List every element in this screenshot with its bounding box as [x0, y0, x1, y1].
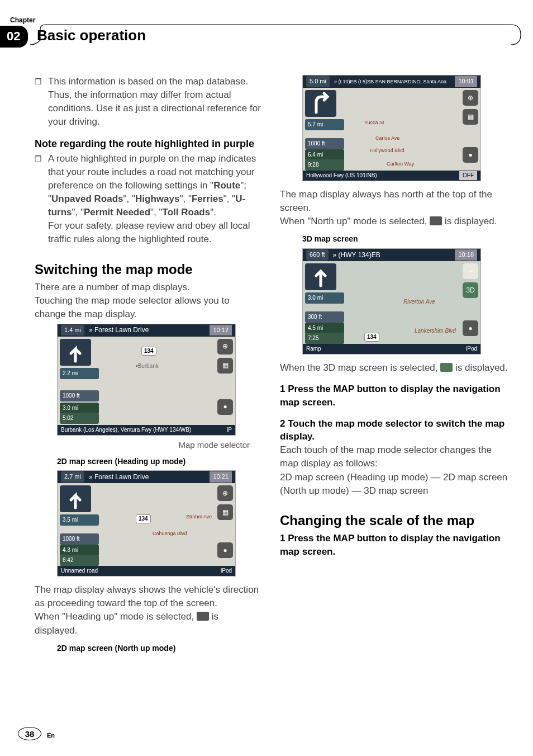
north-up-icon-note: When "North up" mode is selected, is dis…	[280, 215, 508, 228]
ss1-eta: 5:02	[60, 413, 99, 424]
ss1-turn-icon	[60, 339, 91, 366]
ss4-next-distance: 660 ft	[306, 249, 329, 260]
north-up-description: The map display always has north at the …	[280, 188, 508, 215]
ss2-current-road: Unnamed road	[61, 567, 98, 575]
chapter-number: 02	[0, 26, 28, 48]
ss3-mode-button: ▦	[463, 109, 478, 125]
switch-step-2: 2 Touch the map mode selector to switch …	[280, 417, 508, 444]
bullet-icon: ❐	[35, 152, 48, 247]
ss3-menu-button: ●	[463, 147, 478, 163]
ss1-source: iP	[227, 426, 232, 434]
heading-up-mode-icon	[197, 612, 209, 621]
ss4-street2: Lankershim Blvd	[415, 327, 456, 335]
ss4-compass-icon: ➣	[463, 263, 478, 279]
ss2-turn-icon	[60, 485, 91, 512]
screenshot-3d: 660 ft » (HWY 134)EB 10:18 3.0 mi 300 ft…	[302, 248, 481, 355]
ss3-clock: 10:01	[455, 76, 477, 87]
ss4-source: iPod	[466, 345, 477, 353]
ss4-current-road: Ramp	[306, 345, 321, 353]
ss2-next-distance: 2.7 mi	[61, 471, 84, 482]
screenshot-2d-heading-up: 2.7 mi » Forest Lawn Drive 10:21 3.5 mi …	[57, 470, 236, 577]
switch-step-1: 1 Press the MAP button to display the na…	[280, 382, 508, 409]
ss3-next-distance: 5.0 mi	[306, 76, 330, 87]
ss2-street1: Cahuenga Blvd	[153, 530, 187, 537]
heading-up-description: The map display always shows the vehicle…	[35, 583, 263, 610]
caption-map-mode-selector: Map mode selector	[35, 439, 263, 451]
switch-intro-1: There are a number of map displays.	[35, 281, 263, 294]
ss3-dist3: 1000 ft	[305, 138, 344, 149]
ss3-street2: Carlos Ave	[375, 135, 399, 142]
switch-intro-2: Touching the map mode selector allows yo…	[35, 294, 263, 321]
ss4-dist2: 3.0 mi	[305, 292, 344, 304]
ss1-clock: 10:12	[210, 325, 232, 336]
ss1-compass-icon: ⊕	[217, 339, 233, 355]
ss4-turn-icon	[305, 263, 336, 290]
safety-note: For your safety, please review and obey …	[48, 219, 263, 246]
header-rule	[30, 23, 527, 46]
ss4-eta: 7:25	[305, 333, 344, 344]
heading-switch-map-mode: Switching the map mode	[35, 260, 263, 279]
page-number: 38	[18, 727, 41, 740]
screenshot-map-mode-selector: 1.4 mi » Forest Lawn Drive 10:12 2.2 mi …	[57, 324, 236, 436]
ss3-dist4: 6.4 mi	[305, 149, 344, 160]
ss3-compass-icon: ⊕	[463, 90, 478, 106]
screenshot-2d-north-up: 5.0 mi » (I 10)EB (I 5)SB SAN BERNARDINO…	[302, 75, 481, 181]
purple-route-note: A route highlighted in purple on the map…	[48, 152, 263, 247]
caption-2d-heading-up: 2D map screen (Heading up mode)	[57, 456, 263, 467]
ss3-next-road: » (I 10)EB (I 5)SB SAN BERNARDINO, Santa…	[330, 78, 455, 86]
ss3-street3: Hollywood Blvd	[370, 147, 404, 154]
ss2-hwy-shield: 134	[136, 514, 151, 523]
ss4-clock: 10:18	[455, 249, 477, 260]
subhead-purple-route: Note regarding the route highlighted in …	[35, 137, 263, 151]
threed-icon-note: When the 3D map screen is selected, is d…	[280, 361, 508, 375]
ss2-mode-button: ▦	[217, 504, 233, 520]
database-note: This information is based on the map dat…	[48, 75, 263, 129]
ss3-off-button: OFF	[459, 171, 477, 180]
ss3-current-road: Hollywood Fwy (US 101/NB)	[306, 172, 377, 179]
caption-3d: 3D map screen	[302, 234, 508, 245]
switch-step-2-desc1: Each touch of the map mode selector chan…	[280, 443, 508, 470]
scale-step-1: 1 Press the MAP button to display the na…	[280, 532, 508, 559]
switch-step-2-desc2: 2D map screen (Heading up mode) — 2D map…	[280, 471, 508, 498]
heading-change-scale: Changing the scale of the map	[280, 511, 508, 530]
ss2-street2: Strohm Ave	[186, 513, 212, 521]
ss2-source: iPod	[221, 567, 232, 575]
ss2-clock: 10:21	[210, 471, 232, 482]
ss2-compass-icon: ⊕	[217, 485, 233, 501]
ss2-menu-button: ●	[217, 542, 233, 558]
ss1-current-road: Burbank (Los Angeles), Ventura Fwy (HWY …	[61, 426, 191, 434]
ss2-eta: 6:42	[60, 555, 99, 566]
language-code: En	[47, 727, 55, 740]
ss3-dist2: 5.7 mi	[305, 119, 344, 130]
heading-up-icon-note: When "Heading up" mode is selected, is d…	[35, 610, 263, 637]
ss4-dist3: 300 ft	[305, 311, 344, 323]
threed-mode-icon	[440, 363, 453, 372]
caption-2d-north-up: 2D map screen (North up mode)	[57, 643, 263, 654]
ss4-street1: Riverton Ave	[403, 298, 435, 306]
ss4-hwy-shield: 134	[364, 333, 379, 342]
ss4-3d-mode-icon: 3D	[463, 282, 478, 298]
ss2-dist3: 1000 ft	[60, 533, 99, 545]
ss1-dist4: 3.0 mi	[60, 403, 99, 414]
ss1-hwy-shield: 134	[141, 347, 156, 356]
ss4-next-road: » (HWY 134)EB	[329, 251, 455, 260]
ss1-mode-button: ▦	[217, 358, 233, 374]
ss2-dist2: 3.5 mi	[60, 514, 99, 526]
bullet-icon: ❐	[35, 75, 48, 129]
ss1-menu-button: ●	[217, 399, 233, 415]
ss4-menu-button: ●	[463, 320, 478, 336]
ss2-next-road: » Forest Lawn Drive	[84, 472, 210, 482]
ss1-next-distance: 1.4 mi	[61, 325, 84, 336]
ss3-eta: 9:28	[305, 159, 344, 171]
ss1-burbank-label: •Burbank	[136, 362, 159, 370]
ss2-dist4: 4.3 mi	[60, 545, 99, 556]
ss3-turn-icon	[305, 90, 336, 117]
ss4-dist4: 4.5 mi	[305, 323, 344, 334]
ss1-next-road: » Forest Lawn Drive	[84, 325, 210, 335]
north-up-mode-icon	[430, 216, 442, 225]
ss3-street1: Yucca St	[364, 119, 384, 126]
ss3-street4: Carlton Way	[387, 160, 414, 168]
ss1-dist3: 1000 ft	[60, 390, 99, 401]
ss1-dist2: 2.2 mi	[60, 368, 99, 379]
